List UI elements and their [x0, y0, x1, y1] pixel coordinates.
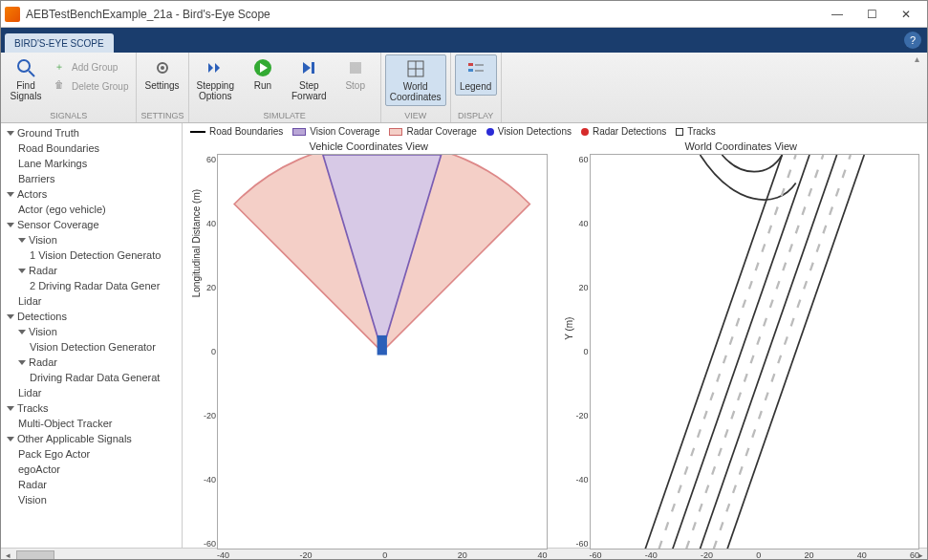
stop-icon	[345, 57, 366, 78]
add-group-button[interactable]: ＋Add Group	[51, 58, 132, 75]
plot-legend: Road Boundaries Vision Coverage Radar Co…	[183, 123, 927, 139]
tree-detections[interactable]: Detections	[1, 309, 182, 324]
tree-lane-markings[interactable]: Lane Markings	[1, 156, 182, 171]
tree-lidar-det[interactable]: Lidar	[1, 385, 182, 400]
tree-lidar[interactable]: Lidar	[1, 293, 182, 309]
toolstrip-group-view: World Coordinates VIEW	[381, 53, 451, 122]
world-coordinates-button[interactable]: World Coordinates	[385, 54, 446, 106]
toolstrip-group-settings: Settings SETTINGS	[137, 53, 188, 122]
scroll-right-icon[interactable]: ▸	[914, 550, 927, 560]
swatch-icon	[389, 128, 402, 136]
play-icon	[252, 57, 273, 78]
caret-down-icon	[7, 131, 14, 136]
expand-toolstrip-icon[interactable]: ▴	[912, 53, 927, 64]
tree-pack-ego-actor[interactable]: Pack Ego Actor	[1, 446, 182, 462]
caret-down-icon	[7, 223, 14, 227]
tree-road-boundaries[interactable]: Road Boundaries	[1, 140, 182, 156]
help-button[interactable]: ?	[904, 32, 921, 49]
title-bar: AEBTestBenchExample_21a - Bird's-Eye Sco…	[1, 1, 927, 28]
plots-area: Road Boundaries Vision Coverage Radar Co…	[183, 123, 927, 548]
tree-tracks[interactable]: Tracks	[1, 400, 182, 416]
line-icon	[190, 131, 205, 133]
find-signals-icon	[15, 57, 36, 78]
tree-vision-det[interactable]: Vision	[1, 324, 182, 339]
vehicle-coordinates-plot: Vehicle Coordinates View 6040200-20-40-6…	[183, 139, 555, 560]
svg-rect-10	[350, 62, 361, 74]
tree-ground-truth[interactable]: Ground Truth	[1, 125, 182, 140]
caret-down-icon	[18, 330, 26, 334]
minimize-button[interactable]: —	[820, 3, 854, 26]
toolstrip-group-simulate: Stepping Options Run Step Forward Stop S…	[189, 53, 381, 122]
world-plot-axes[interactable]: 6040200-20-40-60 Y (m)	[590, 154, 920, 549]
scroll-thumb[interactable]	[16, 550, 54, 560]
trash-icon: 🗑	[54, 79, 68, 93]
tree-radar[interactable]: Radar	[1, 263, 182, 278]
scroll-left-icon[interactable]: ◂	[1, 550, 14, 560]
svg-marker-4	[208, 63, 213, 73]
find-signals-button[interactable]: Find Signals	[5, 54, 47, 104]
square-icon	[676, 128, 683, 136]
content-area: Ground Truth Road Boundaries Lane Markin…	[1, 123, 927, 548]
delete-group-button[interactable]: 🗑Delete Group	[51, 77, 132, 95]
tree-barriers[interactable]: Barriers	[1, 171, 182, 186]
world-icon	[405, 58, 426, 79]
svg-line-1	[29, 71, 34, 76]
svg-marker-8	[303, 62, 311, 74]
svg-rect-9	[312, 62, 314, 74]
tree-radar-det-gen[interactable]: Driving Radar Data Generat	[1, 370, 182, 385]
signals-tree: Ground Truth Road Boundaries Lane Markin…	[1, 123, 183, 548]
svg-rect-14	[468, 63, 473, 66]
tree-vision-gen-1[interactable]: 1 Vision Detection Generato	[1, 248, 182, 263]
swatch-icon	[292, 128, 306, 136]
run-button[interactable]: Run	[242, 54, 284, 94]
tree-radar-leaf[interactable]: Radar	[1, 477, 182, 492]
toolstrip: Find Signals ＋Add Group 🗑Delete Group SI…	[1, 53, 927, 123]
caret-down-icon	[7, 192, 14, 197]
tree-vision[interactable]: Vision	[1, 232, 182, 248]
caret-down-icon	[7, 314, 14, 319]
tab-bar: BIRD'S-EYE SCOPE ?	[1, 28, 927, 53]
toolstrip-group-signals: Find Signals ＋Add Group 🗑Delete Group SI…	[1, 53, 137, 122]
stepping-options-button[interactable]: Stepping Options	[193, 54, 238, 104]
y-axis-label: Y (m)	[564, 317, 574, 340]
vehicle-plot-axes[interactable]: 6040200-20-40-60 Longitudinal Distance (…	[217, 154, 548, 549]
tree-vision-leaf[interactable]: Vision	[1, 492, 182, 507]
window-title: AEBTestBenchExample_21a - Bird's-Eye Sco…	[26, 8, 820, 21]
dot-icon	[486, 128, 494, 136]
tree-sensor-coverage[interactable]: Sensor Coverage	[1, 217, 182, 232]
step-forward-icon	[298, 57, 319, 78]
y-axis-label: Longitudinal Distance (m)	[191, 189, 202, 297]
tree-ego-actor[interactable]: Actor (ego vehicle)	[1, 202, 182, 217]
svg-rect-15	[468, 69, 473, 72]
maximize-button[interactable]: ☐	[854, 3, 889, 26]
legend-button[interactable]: Legend	[455, 54, 497, 96]
tab-birds-eye-scope[interactable]: BIRD'S-EYE SCOPE	[5, 33, 114, 53]
world-coordinates-plot: World Coordinates View 6040200-20-40-60 …	[555, 139, 928, 560]
tree-radar-det[interactable]: Radar	[1, 355, 182, 370]
tree-ego-actor-2[interactable]: egoActor	[1, 462, 182, 477]
settings-button[interactable]: Settings	[140, 54, 183, 94]
caret-down-icon	[7, 437, 14, 442]
x-ticks: -60-40-200204060	[590, 549, 920, 560]
svg-marker-5	[215, 63, 220, 73]
plot-title: Vehicle Coordinates View	[190, 139, 548, 154]
plus-icon: ＋	[54, 60, 68, 74]
close-button[interactable]: ✕	[889, 3, 923, 26]
dot-icon	[581, 128, 589, 136]
step-forward-button[interactable]: Step Forward	[288, 54, 331, 104]
tree-multi-object-tracker[interactable]: Multi-Object Tracker	[1, 416, 182, 431]
svg-point-0	[18, 60, 30, 72]
svg-rect-18	[378, 335, 387, 355]
plot-title: World Coordinates View	[563, 139, 920, 154]
tree-actors[interactable]: Actors	[1, 186, 182, 202]
tree-other-signals[interactable]: Other Applicable Signals	[1, 431, 182, 446]
caret-down-icon	[18, 238, 26, 243]
caret-down-icon	[18, 269, 26, 273]
caret-down-icon	[7, 406, 14, 411]
legend-icon	[465, 58, 486, 79]
x-ticks: -40-2002040	[217, 549, 548, 560]
tree-vision-det-gen[interactable]: Vision Detection Generator	[1, 339, 182, 355]
tree-radar-gen-2[interactable]: 2 Driving Radar Data Gener	[1, 278, 182, 293]
stop-button[interactable]: Stop	[335, 54, 377, 94]
y-ticks: 6040200-20-40-60	[568, 155, 589, 549]
